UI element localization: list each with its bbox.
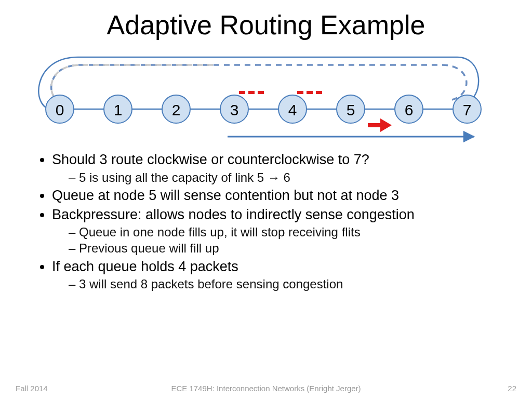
svg-text:7: 7 — [463, 101, 472, 118]
node-1: 1 — [104, 95, 132, 123]
node-4: 4 — [278, 95, 307, 123]
svg-text:4: 4 — [288, 101, 297, 118]
node-6: 6 — [395, 95, 423, 123]
node-7: 7 — [453, 95, 481, 123]
footer-page: 22 — [508, 384, 516, 393]
red-arrow-icon — [368, 118, 392, 132]
node-5: 5 — [337, 95, 365, 123]
node-2: 2 — [162, 95, 190, 123]
svg-text:2: 2 — [172, 101, 181, 118]
bullet-4-1: 3 will send 8 packets before sensing con… — [69, 276, 500, 292]
dashed-route-ccw-fade — [51, 65, 213, 98]
node-0: 0 — [46, 95, 74, 123]
svg-text:1: 1 — [114, 101, 123, 118]
slide-title: Adaptive Routing Example — [0, 9, 532, 41]
ring-diagram: 0 1 2 3 4 5 6 7 — [31, 47, 488, 145]
bullet-content: Should 3 route clockwise or counterclock… — [32, 151, 500, 294]
svg-text:3: 3 — [230, 101, 239, 118]
bullet-1-1: 5 is using all the capacity of link 5 → … — [69, 170, 500, 186]
bullet-3: Backpressure: allows nodes to indirectly… — [52, 206, 500, 224]
svg-text:0: 0 — [56, 101, 64, 118]
svg-text:5: 5 — [347, 101, 355, 118]
bullet-4: If each queue holds 4 packets — [52, 258, 500, 276]
footer: Fall 2014 ECE 1749H: Interconnection Net… — [0, 380, 532, 393]
bullet-2: Queue at node 5 will sense contention bu… — [52, 187, 500, 205]
slide: Adaptive Routing Example 0 1 2 3 4 5 6 7 — [0, 0, 532, 399]
bullet-3-2: Previous queue will fill up — [69, 241, 500, 257]
bullet-1: Should 3 route clockwise or counterclock… — [52, 151, 500, 169]
footer-center: ECE 1749H: Interconnection Networks (Enr… — [0, 384, 532, 393]
svg-text:6: 6 — [405, 101, 414, 118]
bullet-3-1: Queue in one node fills up, it will stop… — [69, 224, 500, 241]
dashed-route-ccw — [51, 65, 467, 100]
node-3: 3 — [220, 95, 248, 123]
